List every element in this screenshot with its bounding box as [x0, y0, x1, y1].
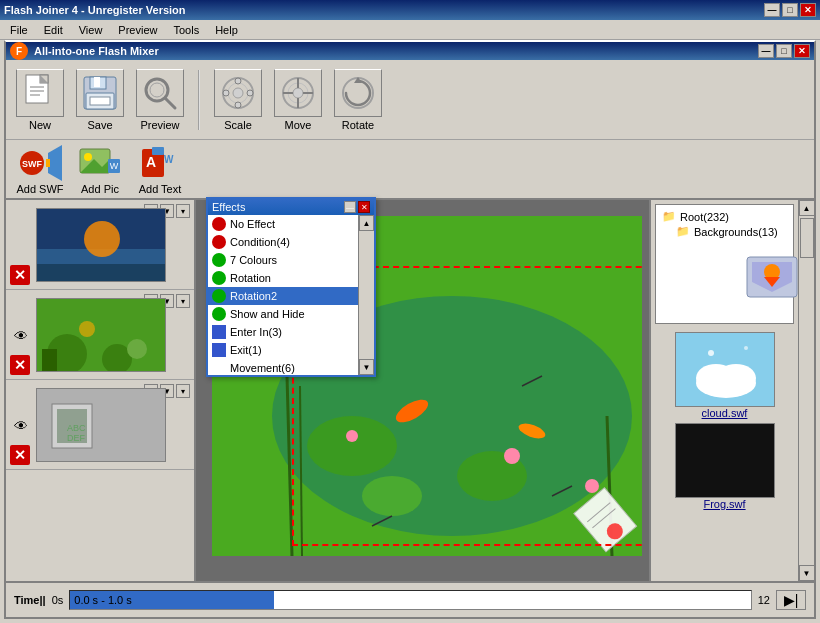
add-swf-label: Add SWF	[16, 183, 63, 195]
slide-2-delete[interactable]: ✕	[10, 355, 30, 375]
rotation-label: Rotation	[230, 272, 271, 284]
svg-point-19	[235, 78, 241, 84]
svg-rect-12	[90, 97, 110, 105]
rotate-button[interactable]: Rotate	[332, 69, 384, 131]
7colours-label: 7 Colours	[230, 254, 277, 266]
scale-label: Scale	[224, 119, 252, 131]
timeline-range: 0.0 s - 1.0 s	[70, 594, 135, 606]
asset-cloud-name[interactable]: cloud.swf	[702, 407, 748, 419]
add-pic-button[interactable]: W Add Pic	[74, 143, 126, 195]
svg-text:W: W	[164, 154, 174, 165]
slide-2-eye[interactable]: 👁	[14, 328, 28, 344]
no-effect-label: No Effect	[230, 218, 275, 230]
svg-point-92	[716, 364, 756, 392]
effect-condition[interactable]: Condition(4)	[208, 233, 358, 251]
svg-point-20	[235, 102, 241, 108]
tree-root[interactable]: 📁 Root(232)	[660, 209, 789, 224]
new-button[interactable]: New	[14, 69, 66, 131]
menu-tools[interactable]: Tools	[165, 22, 207, 38]
effect-close[interactable]: ✕	[358, 201, 370, 213]
title-bar: Flash Joiner 4 - Unregister Version — □ …	[0, 0, 820, 20]
effect-rotation[interactable]: Rotation	[208, 269, 358, 287]
inner-title-bar: F All-into-one Flash Mixer — □ ✕	[6, 42, 814, 60]
menu-edit[interactable]: Edit	[36, 22, 71, 38]
effect-movement[interactable]: Movement(6)	[208, 359, 358, 375]
svg-rect-34	[46, 159, 50, 167]
effect-enter-in[interactable]: Enter In(3)	[208, 323, 358, 341]
7colours-icon	[212, 253, 226, 267]
asset-frog-name[interactable]: Frog.swf	[703, 498, 745, 510]
new-icon	[16, 69, 64, 117]
svg-line-15	[165, 98, 175, 108]
scroll-down-button[interactable]: ▼	[799, 565, 815, 581]
slide-item-3: 👁 ▲ ▼ ▾ ABC DEF ✕	[6, 380, 194, 470]
effect-show-hide[interactable]: Show and Hide	[208, 305, 358, 323]
svg-point-22	[247, 90, 253, 96]
svg-text:W: W	[110, 161, 119, 171]
scale-button[interactable]: Scale	[212, 69, 264, 131]
svg-rect-95	[676, 424, 775, 498]
effect-rotation2[interactable]: Rotation2	[208, 287, 358, 305]
minimize-button[interactable]: —	[764, 3, 780, 17]
slide-2-collapse[interactable]: ▾	[176, 294, 190, 308]
menu-file[interactable]: File	[2, 22, 36, 38]
add-swf-icon: SWF	[16, 143, 64, 183]
menu-bar: File Edit View Preview Tools Help	[0, 20, 820, 40]
add-pic-label: Add Pic	[81, 183, 119, 195]
svg-point-46	[84, 221, 120, 257]
timeline-start: 0s	[50, 594, 66, 606]
effect-scroll-down[interactable]: ▼	[359, 359, 374, 375]
preview-label: Preview	[140, 119, 179, 131]
close-button[interactable]: ✕	[800, 3, 816, 17]
save-button[interactable]: Save	[74, 69, 126, 131]
tree-root-icon: 📁	[662, 210, 676, 223]
preview-button[interactable]: Preview	[134, 69, 186, 131]
menu-preview[interactable]: Preview	[110, 22, 165, 38]
maximize-button[interactable]: □	[782, 3, 798, 17]
movement-label: Movement(6)	[230, 362, 295, 374]
rotation2-icon	[212, 289, 226, 303]
slide-3-collapse[interactable]: ▾	[176, 384, 190, 398]
exit-label: Exit(1)	[230, 344, 262, 356]
slide-1-collapse[interactable]: ▾	[176, 204, 190, 218]
effect-minimize[interactable]: —	[344, 201, 356, 213]
slide-3-eye[interactable]: 👁	[14, 418, 28, 434]
timeline-bar[interactable]: 0.0 s - 1.0 s	[69, 590, 751, 610]
timeline-end-num: 12	[756, 594, 772, 606]
add-swf-button[interactable]: SWF Add SWF	[14, 143, 66, 195]
inner-restore-button[interactable]: □	[776, 44, 792, 58]
inner-minimize-button[interactable]: —	[758, 44, 774, 58]
svg-point-18	[233, 88, 243, 98]
toolbar2: SWF Add SWF W Add Pic	[6, 140, 814, 200]
svg-point-71	[346, 430, 358, 442]
tree-root-label: Root(232)	[680, 211, 729, 223]
svg-text:✕: ✕	[14, 267, 26, 283]
svg-point-67	[307, 416, 397, 476]
preview-icon	[136, 69, 184, 117]
menu-help[interactable]: Help	[207, 22, 246, 38]
effect-no-effect[interactable]: No Effect	[208, 215, 358, 233]
effect-scroll-up[interactable]: ▲	[359, 215, 374, 231]
title-bar-controls: — □ ✕	[764, 3, 816, 17]
menu-view[interactable]: View	[71, 22, 111, 38]
inner-title-text: All-into-one Flash Mixer	[34, 45, 159, 57]
timeline-end-button[interactable]: ▶|	[776, 590, 806, 610]
svg-point-94	[744, 346, 748, 350]
effect-7colours[interactable]: 7 Colours	[208, 251, 358, 269]
tree-bg-icon: 📁	[676, 225, 690, 238]
add-text-button[interactable]: A W Add Text	[134, 143, 186, 195]
effect-header-text: Effects	[212, 201, 245, 213]
tree-backgrounds[interactable]: 📁 Backgrounds(13)	[660, 224, 789, 239]
slide-1-delete[interactable]: ✕	[10, 265, 30, 285]
scroll-up-button[interactable]: ▲	[799, 200, 815, 216]
add-pic-icon: W	[76, 143, 124, 183]
svg-point-53	[127, 339, 147, 359]
slide-3-delete[interactable]: ✕	[10, 445, 30, 465]
svg-point-93	[708, 350, 714, 356]
move-button[interactable]: Move	[272, 69, 324, 131]
inner-close-button[interactable]: ✕	[794, 44, 810, 58]
asset-cloud[interactable]: cloud.swf	[655, 332, 794, 419]
effect-dropdown-header: Effects — ✕	[208, 199, 374, 215]
asset-frog[interactable]: Frog.swf	[655, 423, 794, 510]
effect-exit[interactable]: Exit(1)	[208, 341, 358, 359]
